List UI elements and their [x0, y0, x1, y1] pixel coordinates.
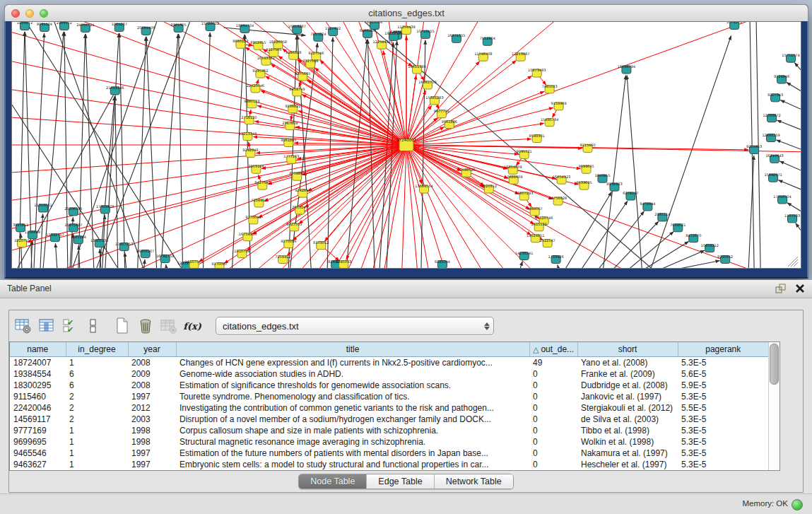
network-node[interactable]: 1810754 — [234, 249, 249, 258]
table-cell[interactable]: 2 — [66, 402, 128, 414]
table-cell[interactable]: 0 — [529, 425, 577, 436]
table-cell[interactable]: 22420046 — [10, 402, 66, 414]
table-cell[interactable]: 6 — [66, 368, 128, 380]
network-node[interactable]: 13584554 — [415, 184, 433, 193]
column-header-short[interactable]: short — [577, 342, 678, 357]
tab-node-table[interactable]: Node Table — [299, 474, 367, 489]
table-row[interactable]: 1456911722003Disruption of a novel membe… — [10, 414, 769, 425]
table-row[interactable]: 2242004622012Investigating the contribut… — [10, 402, 769, 414]
network-node[interactable]: 8921305 — [170, 23, 186, 32]
network-node[interactable]: 17359928 — [96, 204, 114, 214]
network-node[interactable]: 10973493 — [528, 68, 546, 77]
table-cell[interactable]: 1997 — [128, 448, 176, 459]
table-cell[interactable]: 0 — [529, 368, 577, 380]
table-cell[interactable]: 5.6E-5 — [678, 368, 769, 380]
table-cell[interactable]: Dudbridge et al. (2008) — [577, 380, 678, 391]
network-canvas[interactable]: 1853172903512424055722405572410652872089… — [11, 21, 801, 269]
table-cell[interactable]: 6 — [66, 380, 128, 391]
network-node[interactable]: 12213987 — [512, 52, 529, 61]
table-cell[interactable]: 18724007 — [10, 357, 66, 369]
table-cell[interactable]: Tourette syndrome. Phenomenology and cla… — [176, 391, 529, 402]
network-node[interactable]: 9215953 — [746, 144, 762, 153]
table-cell[interactable]: 0 — [529, 380, 577, 391]
network-node[interactable]: 9639695 — [576, 180, 592, 189]
table-cell[interactable]: de Silva et al. (2003) — [577, 414, 678, 425]
network-node[interactable]: 19756928 — [549, 196, 567, 205]
network-node[interactable]: 7632621 — [670, 223, 686, 232]
table-cell[interactable]: Tibbo et al. (1998) — [577, 425, 678, 436]
table-cell[interactable]: 18300295 — [10, 380, 66, 391]
network-node[interactable]: 16854609 — [504, 165, 522, 174]
table-cell[interactable]: 2008 — [128, 380, 176, 391]
network-node[interactable]: 15723012 — [201, 22, 219, 30]
float-panel-button[interactable] — [774, 282, 787, 295]
table-cell[interactable]: 5.3E-5 — [678, 414, 769, 425]
network-node[interactable]: 8103012 — [313, 240, 329, 250]
network-node[interactable]: 16648794 — [618, 64, 635, 74]
table-cell[interactable]: 5.3E-5 — [678, 425, 769, 436]
function-builder-button[interactable]: f(x) — [182, 316, 202, 336]
network-node[interactable]: 18931704 — [236, 23, 254, 33]
table-cell[interactable]: 0 — [529, 414, 577, 425]
network-node[interactable]: 2367608 — [282, 121, 298, 130]
network-node[interactable]: 16861709 — [418, 80, 436, 89]
network-node[interactable]: 2803144 — [248, 164, 264, 173]
table-cell[interactable]: Wolkin et al. (1998) — [577, 436, 678, 448]
table-row[interactable]: 1830029562008Estimation of significance … — [10, 380, 769, 391]
table-cell[interactable]: 1997 — [128, 391, 176, 402]
table-cell[interactable]: 2012 — [128, 402, 176, 414]
table-row[interactable]: 946362711997Embryonic stem cells: a mode… — [10, 459, 769, 470]
network-node[interactable]: 16671355 — [447, 33, 465, 42]
network-node[interactable]: 9245044 — [435, 259, 450, 268]
network-node[interactable]: 1615132 — [531, 222, 547, 231]
table-cell[interactable]: 0 — [529, 448, 577, 459]
network-node[interactable]: 1107533 — [784, 214, 800, 223]
table-cell[interactable]: 1 — [66, 459, 128, 470]
delete-column-button[interactable] — [136, 316, 155, 336]
table-cell[interactable]: 1998 — [128, 425, 176, 436]
table-cell[interactable]: Hescheler et al. (1997) — [577, 459, 678, 470]
column-header-name[interactable]: name — [10, 342, 66, 357]
row-options-button[interactable] — [83, 316, 103, 336]
table-cell[interactable]: Corpus callosum shape and size in male p… — [176, 425, 529, 436]
network-node[interactable]: 9154469 — [551, 101, 567, 110]
table-cell[interactable]: 0 — [529, 436, 577, 448]
table-cell[interactable]: 19384554 — [10, 368, 66, 380]
close-window-button[interactable] — [11, 9, 20, 18]
network-node[interactable]: 1777163 — [283, 154, 299, 163]
network-node[interactable]: 10719155 — [416, 29, 434, 38]
table-cell[interactable]: Structural magnetic resonance image aver… — [176, 436, 529, 448]
table-cell[interactable]: 9699695 — [10, 436, 66, 448]
table-row[interactable]: 1872400712008Changes of HCN gene express… — [10, 357, 769, 369]
network-node[interactable]: 17016504 — [773, 194, 791, 204]
table-cell[interactable]: Yano et al. (2008) — [577, 357, 678, 369]
table-cell[interactable]: 5.3E-5 — [678, 391, 769, 402]
table-cell[interactable]: Estimation of significance thresholds fo… — [176, 380, 529, 391]
table-cell[interactable]: Disruption of a novel member of a sodium… — [176, 414, 529, 425]
table-cell[interactable]: 1 — [66, 425, 128, 436]
tab-network-table[interactable]: Network Table — [435, 474, 513, 489]
table-cell[interactable]: Nakamura et al. (1997) — [577, 448, 678, 459]
scrollbar-thumb[interactable] — [770, 344, 779, 385]
network-node[interactable]: 9561885 — [281, 138, 296, 147]
table-cell[interactable]: 5.3E-5 — [678, 357, 769, 369]
table-cell[interactable]: 5.3E-5 — [678, 436, 769, 448]
table-cell[interactable]: 0 — [529, 391, 577, 402]
table-cell[interactable]: 2 — [66, 391, 128, 402]
network-node[interactable]: 8471670 — [686, 233, 701, 243]
network-node[interactable]: 12254439 — [372, 40, 390, 49]
column-header-year[interactable]: year — [128, 342, 176, 357]
table-cell[interactable]: Jankovic et al. (1997) — [577, 391, 678, 402]
zoom-window-button[interactable] — [40, 9, 48, 18]
table-cell[interactable]: Changes of HCN gene expression and I(f) … — [176, 357, 529, 369]
network-node[interactable]: 8427553 — [286, 222, 302, 231]
show-columns-button[interactable] — [37, 316, 57, 336]
table-cell[interactable]: 1 — [66, 436, 128, 448]
network-node[interactable]: 1527602 — [325, 26, 341, 35]
table-cell[interactable]: Genome-wide association studies in ADHD. — [176, 368, 529, 380]
table-cell[interactable]: 2009 — [128, 368, 176, 380]
network-node[interactable]: 9146821 — [285, 104, 300, 113]
table-row[interactable]: 977716911998Corpus callosum shape and si… — [10, 425, 769, 436]
column-header-pagerank[interactable]: pagerank — [678, 342, 769, 357]
network-node[interactable]: 9129946 — [774, 74, 789, 83]
